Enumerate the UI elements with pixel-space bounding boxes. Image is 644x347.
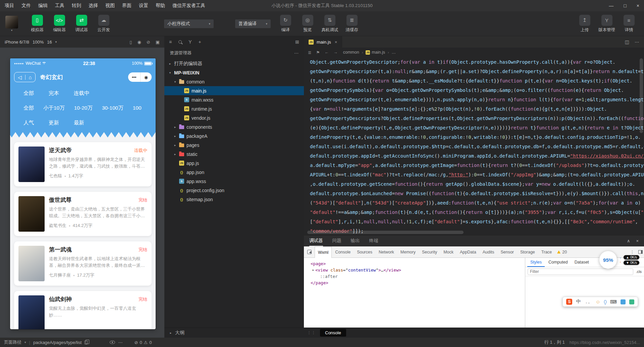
devtools-tab-network[interactable]: Network	[376, 246, 397, 257]
tree-item[interactable]: ▸components	[164, 122, 304, 131]
more-actions-icon[interactable]: ⋯	[118, 340, 122, 345]
tab-main-js[interactable]: JS main.js ×	[304, 36, 342, 48]
chevron-down-icon[interactable]: ▾	[24, 341, 26, 344]
split-editor-icon[interactable]: ◫	[625, 39, 629, 45]
wxml-node[interactable]: ▶<view class="contentView">…</view>	[307, 267, 525, 273]
exit-button[interactable]: ◉	[140, 72, 152, 82]
devtools-tab-trace[interactable]: Trace	[538, 246, 555, 257]
visibility-icon[interactable]	[110, 341, 115, 344]
filter-option[interactable]: 10-20万	[74, 105, 93, 112]
mode-select[interactable]: 小程序模式 ▾	[164, 19, 214, 28]
ime-emoji-button[interactable]: ☺	[595, 299, 600, 304]
tree-item[interactable]: Sapp.wxss	[164, 177, 304, 186]
list-icon[interactable]: ≣	[308, 50, 311, 55]
home-button[interactable]: ⌂	[25, 75, 35, 80]
tree-item[interactable]: JSmain.js	[164, 86, 304, 95]
collapse-panel-icon[interactable]: ∧	[627, 238, 630, 243]
record-icon[interactable]: ◉	[137, 40, 141, 45]
toolbar-button-phone[interactable]: ▯模拟器	[28, 15, 47, 33]
filter-option[interactable]: 全部	[23, 90, 34, 97]
filter-option[interactable]: 完本	[49, 90, 59, 97]
user-avatar[interactable]: ▾	[5, 16, 18, 32]
breadcrumb-item[interactable]: JSmain.js	[366, 50, 385, 55]
close-button[interactable]: ×	[637, 3, 639, 8]
git-branch-icon[interactable]: Y	[189, 39, 192, 45]
tree-item[interactable]: {}sitemap.json	[164, 195, 304, 204]
filter-option[interactable]: 100	[133, 105, 142, 111]
editor-layout-icon[interactable]: ≡	[169, 39, 172, 45]
tree-item[interactable]: ▸打开的编辑器	[164, 59, 304, 68]
extensions-icon[interactable]: +	[199, 39, 201, 45]
book-card[interactable]: 傲世武尊完结这个世界，是由三大绝地，五大禁区，三千小世界组成。三大绝地，五大禁区…	[14, 192, 152, 236]
toolbar-button-code[interactable]: </>编辑器	[50, 15, 69, 33]
ime-punctuation-toggle[interactable]: ，。	[584, 299, 592, 304]
breadcrumb-item[interactable]: …	[392, 50, 396, 55]
multi-window-icon[interactable]: ▣	[156, 40, 160, 45]
tree-item[interactable]: JSapp.js	[164, 159, 304, 168]
rotate-device-icon[interactable]: ▯	[129, 40, 132, 45]
devtools-tab-appdata[interactable]: AppData	[457, 246, 479, 257]
tree-item[interactable]: ▸pages	[164, 140, 304, 150]
problems-summary[interactable]: ⊘ 0 ⚠ 0	[134, 340, 152, 345]
devtools-tab-storage[interactable]: Storage	[517, 246, 538, 257]
copy-path-icon[interactable]	[85, 341, 88, 344]
nav-forward-icon[interactable]: →	[333, 50, 338, 55]
close-tab-icon[interactable]: ×	[335, 40, 337, 45]
nav-back-icon[interactable]: ←	[325, 50, 329, 55]
menu-item[interactable]: 视图	[105, 3, 115, 9]
cursor-position[interactable]: 行 1，列 1	[544, 339, 565, 345]
tree-item[interactable]: {}project.config.json	[164, 186, 304, 195]
close-panel-icon[interactable]: ×	[636, 238, 639, 243]
debugger-tab-问题[interactable]: 问题	[332, 235, 341, 246]
add-panel-icon[interactable]: ⊞	[295, 39, 299, 45]
menu-item[interactable]: 文件	[21, 3, 31, 9]
menu-item[interactable]: 微信开发者工具	[172, 3, 205, 9]
filter-option[interactable]: 30-100万	[102, 105, 123, 112]
search-icon[interactable]	[178, 40, 182, 44]
ime-keyboard-button[interactable]: ⌨	[610, 299, 617, 304]
breadcrumb-item[interactable]: common	[343, 50, 359, 55]
filter-option[interactable]: 人气	[23, 119, 34, 126]
device-name[interactable]: iPhone 6/7/8	[5, 40, 29, 45]
page-path-value[interactable]: packageA/pages/type/list	[33, 340, 82, 345]
wxml-tree[interactable]: <page>▶<view class="contentView">…</view…	[304, 258, 525, 328]
menu-item[interactable]: 选择	[89, 3, 98, 9]
book-card[interactable]: 逆天武帝连载中地球青年意外穿越异界，偶获神龙之体，开启逆天之路，修武学，凝武魂，…	[14, 142, 152, 186]
devtools-tab-console[interactable]: Console	[332, 246, 354, 257]
filter-option[interactable]: 最新	[74, 119, 84, 126]
ime-toolbox-button[interactable]	[621, 299, 626, 304]
book-card[interactable]: 第一武魂完结道教天师转世生武者界，以地球上道术秘法为根基，融合异界各大宗派绝世传…	[14, 241, 152, 286]
filter-option[interactable]: 全部	[23, 105, 34, 112]
vertical-scrollbar[interactable]	[640, 58, 643, 133]
styles-tab-dataset[interactable]: Dataset	[572, 258, 592, 267]
devtools-tab-mock[interactable]: Mock	[440, 246, 457, 257]
tree-item[interactable]: ▸packageA	[164, 131, 304, 140]
toolbar-button-compile[interactable]: ↻编译	[276, 15, 295, 33]
tree-item[interactable]: ▾MP-WEIXIN	[164, 68, 304, 77]
cls-toggle-button[interactable]: .cls	[636, 270, 642, 274]
tree-item[interactable]: {}app.json	[164, 168, 304, 177]
wxml-node[interactable]: </page>	[307, 280, 525, 286]
minimize-button[interactable]: —	[609, 3, 613, 8]
devtools-tab-sources[interactable]: Sources	[354, 246, 375, 257]
toolbar-button-git[interactable]: Y版本管理	[597, 15, 616, 33]
filter-option[interactable]: 更新	[49, 119, 59, 126]
toolbar-button-preview[interactable]: ◎预览	[298, 15, 317, 33]
toolbar-button-cache[interactable]: ≣清缓存	[342, 15, 362, 33]
filter-option[interactable]: 小于10万	[43, 105, 65, 112]
bookmark-icon[interactable]: ⚑	[316, 50, 320, 55]
ime-skin-button[interactable]	[629, 299, 634, 304]
mute-icon[interactable]: ⊘	[147, 40, 150, 45]
toolbar-button-remote[interactable]: ⇅真机调试	[320, 15, 339, 33]
devtools-tab-security[interactable]: Security	[419, 246, 440, 257]
compile-mode-select[interactable]: 普通编译 ▾	[235, 19, 271, 28]
debugger-tab-输出[interactable]: 输出	[351, 235, 360, 246]
tree-item[interactable]: ▸static	[164, 150, 304, 159]
tree-item[interactable]: Smain.wxss	[164, 95, 304, 104]
styles-filter-input[interactable]	[528, 269, 633, 275]
wxml-node[interactable]: ::after	[307, 273, 525, 280]
devtools-tab-wxml[interactable]: Wxml	[315, 246, 332, 258]
code-editor[interactable]: Object.getOwnPropertyDescriptor;for(var …	[304, 57, 644, 235]
chevron-down-icon[interactable]: ▾	[55, 40, 57, 44]
more-actions-icon[interactable]: ⋯	[294, 51, 299, 56]
